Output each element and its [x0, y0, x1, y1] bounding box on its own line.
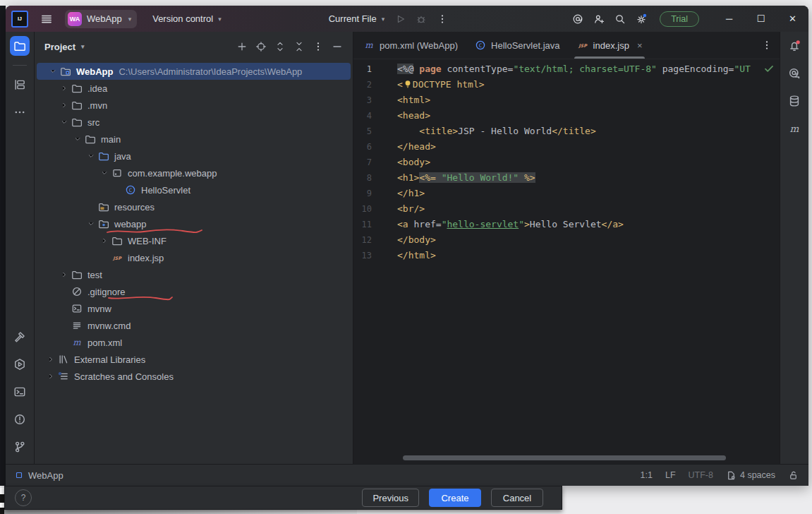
tree-item-src[interactable]: src — [35, 114, 353, 131]
expand-all-button[interactable] — [272, 38, 289, 55]
close-button[interactable]: ✕ — [777, 6, 808, 32]
chevron-down-icon[interactable] — [47, 66, 59, 76]
tab-pom-xml[interactable]: m pom.xml (WebApp) — [355, 32, 466, 59]
tool-git-button[interactable] — [10, 437, 30, 457]
maximize-button[interactable]: ☐ — [745, 6, 777, 32]
tree-item-scratches-and-consoles[interactable]: Scratches and Consoles — [35, 368, 353, 385]
tree-item-webapp[interactable]: webapp — [35, 215, 353, 232]
chevron-right-icon[interactable] — [98, 236, 111, 246]
add-button[interactable] — [234, 38, 250, 55]
line-ending-widget[interactable]: LF — [665, 470, 676, 480]
line-number[interactable]: 11 — [353, 217, 397, 232]
collapse-all-button[interactable] — [291, 38, 308, 55]
tree-item-com-example-webapp[interactable]: com.example.webapp — [35, 165, 353, 181]
tool-problems-button[interactable] — [10, 410, 30, 429]
chevron-right-icon[interactable] — [44, 371, 57, 381]
tab-close-icon[interactable]: × — [637, 40, 643, 51]
tool-database-button[interactable] — [784, 91, 804, 111]
line-number[interactable]: 8 — [353, 170, 397, 186]
code-line-8[interactable]: 8<h1><%= "Hello World!" %> — [353, 170, 780, 186]
tool-structure-button[interactable] — [10, 75, 30, 95]
indent-widget[interactable]: 4 spaces — [726, 470, 775, 481]
inspections-ok-icon[interactable] — [763, 63, 775, 74]
chevron-down-icon[interactable] — [85, 219, 97, 229]
chevron-right-icon[interactable] — [58, 270, 71, 280]
tree-item-pom-xml[interactable]: mpom.xml — [35, 334, 353, 351]
tree-item--mvn[interactable]: .mvn — [35, 97, 353, 114]
tool-maven-button[interactable]: m — [784, 119, 804, 138]
run-button[interactable] — [394, 13, 406, 25]
tool-build-button[interactable] — [10, 327, 30, 347]
locate-file-button[interactable] — [253, 38, 269, 55]
main-menu-button[interactable] — [37, 9, 56, 29]
tool-project-button[interactable] — [10, 36, 30, 56]
tree-item-resources[interactable]: resources — [35, 198, 353, 215]
line-number[interactable]: 7 — [353, 155, 397, 170]
more-actions-button[interactable] — [437, 13, 448, 25]
chevron-right-icon[interactable] — [58, 100, 71, 110]
tree-item-mvnw[interactable]: mvnw — [35, 300, 353, 317]
search-everywhere-button[interactable] — [614, 13, 626, 25]
code-line-7[interactable]: 7<body> — [353, 155, 780, 170]
debug-button[interactable] — [416, 13, 427, 25]
line-number[interactable]: 4 — [353, 108, 397, 124]
code-line-3[interactable]: 3<html> — [353, 92, 780, 108]
tool-ai-assistant-button[interactable] — [784, 64, 804, 83]
status-project-widget[interactable]: WebApp — [14, 470, 63, 481]
tree-item--gitignore[interactable]: .gitignore — [35, 283, 353, 300]
line-number[interactable]: 13 — [353, 248, 397, 263]
trial-badge[interactable]: Trial — [660, 11, 699, 27]
code-line-5[interactable]: 5 <title>JSP - Hello World</title> — [353, 124, 780, 139]
line-number[interactable]: 2 — [353, 77, 397, 92]
line-number[interactable]: 1 — [353, 61, 397, 77]
code-line-12[interactable]: 12</body> — [353, 232, 780, 248]
run-config-selector[interactable]: Current File ▾ — [329, 13, 384, 24]
settings-button[interactable] — [636, 13, 647, 25]
horizontal-scrollbar[interactable] — [403, 455, 726, 460]
tree-item-web-inf[interactable]: WEB-INF — [35, 232, 353, 249]
chevron-down-icon[interactable] — [98, 168, 111, 178]
cancel-button[interactable]: Cancel — [491, 489, 543, 507]
line-number[interactable]: 12 — [353, 232, 397, 248]
project-switcher[interactable]: WA WebApp ▾ — [65, 10, 137, 28]
chevron-down-icon[interactable] — [58, 117, 71, 127]
encoding-widget[interactable]: UTF-8 — [689, 470, 713, 480]
panel-options-button[interactable] — [310, 38, 327, 55]
line-number[interactable]: 9 — [353, 186, 397, 201]
tree-item--idea[interactable]: .idea — [35, 80, 353, 97]
code-line-4[interactable]: 4<head> — [353, 108, 780, 124]
invite-collaborator-button[interactable] — [593, 13, 605, 25]
chevron-down-icon[interactable] — [85, 151, 97, 161]
tree-item-helloservlet[interactable]: CHelloServlet — [35, 181, 353, 198]
unlock-icon[interactable] — [788, 470, 799, 481]
code-with-me-button[interactable] — [572, 13, 583, 25]
chevron-right-icon[interactable] — [58, 83, 71, 93]
code-line-1[interactable]: 1<%@ page contentType="text/html; charse… — [353, 61, 780, 77]
tab-helloservlet-java[interactable]: C HelloServlet.java — [466, 32, 569, 59]
code-line-9[interactable]: 9</h1> — [353, 186, 780, 201]
tree-item-index-jsp[interactable]: JSPindex.jsp — [35, 249, 353, 266]
hide-panel-button[interactable] — [329, 38, 346, 55]
tree-item-test[interactable]: test — [35, 266, 353, 283]
line-number[interactable]: 10 — [353, 201, 397, 217]
chevron-right-icon[interactable] — [44, 354, 57, 364]
caret-position-widget[interactable]: 1:1 — [641, 470, 653, 480]
project-panel-title[interactable]: Project ▾ — [44, 42, 85, 52]
tool-more-button[interactable] — [10, 102, 30, 122]
vcs-widget[interactable]: Version control ▾ — [152, 13, 222, 24]
tab-list-button[interactable] — [761, 32, 772, 59]
help-button[interactable]: ? — [15, 489, 32, 506]
tree-item-external-libraries[interactable]: External Libraries — [35, 351, 353, 368]
editor-body[interactable]: 1<%@ page contentType="text/html; charse… — [353, 59, 780, 464]
line-number[interactable]: 6 — [353, 139, 397, 155]
line-number[interactable]: 3 — [353, 92, 397, 108]
code-line-13[interactable]: 13</html> — [353, 248, 780, 263]
tree-item-mvnw-cmd[interactable]: mvnw.cmd — [35, 317, 353, 334]
tab-index-jsp[interactable]: JSP index.jsp × — [569, 32, 651, 59]
tool-notifications-button[interactable] — [784, 36, 804, 56]
minimize-button[interactable]: ─ — [713, 6, 745, 32]
tree-item-java[interactable]: java — [35, 148, 353, 165]
tool-terminal-button[interactable] — [10, 382, 30, 402]
code-line-2[interactable]: 2<DOCTYPE html> — [353, 77, 780, 92]
code-line-10[interactable]: 10<br/> — [353, 201, 780, 217]
